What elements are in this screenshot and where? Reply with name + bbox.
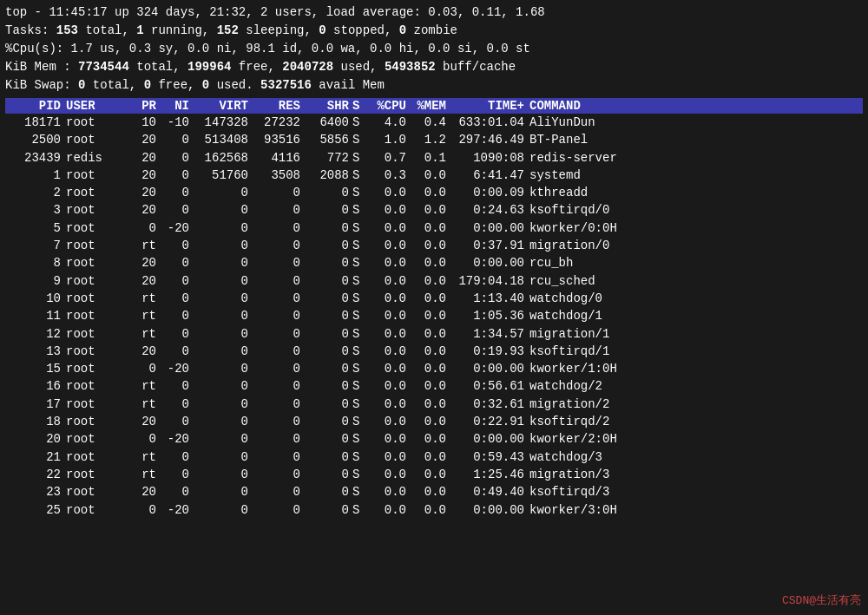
table-row: 11rootrt0000S0.00.01:05.36watchdog/1	[5, 307, 863, 324]
table-row: 18root200000S0.00.00:22.91ksoftirqd/2	[5, 413, 863, 430]
table-row: 7rootrt0000S0.00.00:37.91migration/0	[5, 237, 863, 254]
watermark: CSDN@生活有亮	[782, 592, 861, 608]
table-row: 15root0-20000S0.00.00:00.00kworker/1:0H	[5, 360, 863, 377]
table-row: 1root2005176035082088S0.30.06:41.47syste…	[5, 167, 863, 184]
table-row: 8root200000S0.00.00:00.00rcu_bh	[5, 254, 863, 272]
table-row: 20root0-20000S0.00.00:00.00kworker/2:0H	[5, 430, 863, 448]
table-header: PID USER PR NI VIRT RES SHR S %CPU %MEM …	[5, 98, 863, 114]
table-row: 18171root10-10147328272326400S4.00.4633:…	[5, 114, 863, 131]
table-row: 3root200000S0.00.00:24.63ksoftirqd/0	[5, 201, 863, 219]
header-cpu: %CPU	[370, 99, 410, 113]
top-line3: %Cpu(s): 1.7 us, 0.3 sy, 0.0 ni, 98.1 id…	[5, 40, 863, 58]
table-row: 2root200000S0.00.00:00.09kthreadd	[5, 184, 863, 201]
table-row: 9root200000S0.00.0179:04.18rcu_sched	[5, 272, 863, 290]
table-row: 5root0-20000S0.00.00:00.00kworker/0:0H	[5, 219, 863, 237]
table-row: 21rootrt0000S0.00.00:59.43watchdog/3	[5, 448, 863, 466]
top-line1: top - 11:45:17 up 324 days, 21:32, 2 use…	[5, 3, 863, 22]
header-cmd: COMMAND	[528, 99, 863, 113]
table-row: 10rootrt0000S0.00.01:13.40watchdog/0	[5, 290, 863, 307]
header-ni: NI	[160, 99, 193, 113]
header-mem: %MEM	[410, 99, 450, 113]
header-pr: PR	[127, 99, 160, 113]
top-info: top - 11:45:17 up 324 days, 21:32, 2 use…	[5, 3, 863, 95]
header-res: RES	[252, 99, 304, 113]
header-user: USER	[64, 99, 127, 113]
header-pid: PID	[5, 99, 64, 113]
process-list: 18171root10-10147328272326400S4.00.4633:…	[5, 114, 863, 519]
terminal: top - 11:45:17 up 324 days, 21:32, 2 use…	[0, 0, 868, 522]
table-row: 12rootrt0000S0.00.01:34.57migration/1	[5, 325, 863, 343]
table-row: 13root200000S0.00.00:19.93ksoftirqd/1	[5, 343, 863, 360]
top-line4: KiB Mem : 7734544 total, 199964 free, 20…	[5, 58, 863, 76]
top-line5: KiB Swap: 0 total, 0 free, 0 used. 53275…	[5, 76, 863, 95]
table-row: 17rootrt0000S0.00.00:32.61migration/2	[5, 396, 863, 413]
header-shr: SHR	[304, 99, 352, 113]
table-row: 23439redis2001625684116772S0.70.11090:08…	[5, 149, 863, 167]
header-time: TIME+	[450, 99, 528, 113]
table-row: 2500root200513408935165856S1.01.2297:46.…	[5, 131, 863, 148]
table-row: 25root0-20000S0.00.00:00.00kworker/3:0H	[5, 501, 863, 519]
table-row: 22rootrt0000S0.00.01:25.46migration/3	[5, 466, 863, 483]
table-row: 23root200000S0.00.00:49.40ksoftirqd/3	[5, 483, 863, 501]
header-virt: VIRT	[193, 99, 252, 113]
top-line2: Tasks: 153 total, 1 running, 152 sleepin…	[5, 22, 863, 40]
header-s: S	[352, 99, 370, 113]
table-row: 16rootrt0000S0.00.00:56.61watchdog/2	[5, 377, 863, 395]
